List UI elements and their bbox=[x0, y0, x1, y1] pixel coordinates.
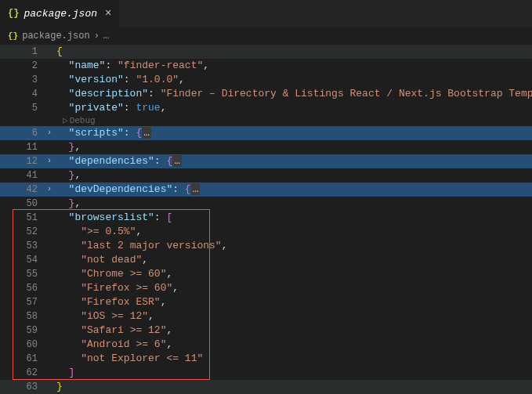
tab-package-json[interactable]: {} package.json × bbox=[0, 0, 119, 27]
code-line[interactable]: 55 "Chrome >= 60", bbox=[0, 267, 532, 281]
folded-icon[interactable]: … bbox=[191, 183, 201, 195]
fold-gutter bbox=[42, 168, 56, 183]
fold-gutter bbox=[42, 115, 56, 126]
line-number: 55 bbox=[0, 267, 42, 281]
line-number: 2 bbox=[0, 59, 42, 73]
play-icon: ▷ bbox=[63, 115, 68, 126]
line-number: 54 bbox=[0, 253, 42, 267]
code-line[interactable]: 12 › "dependencies": {… bbox=[0, 154, 532, 168]
code-content: "private": true, bbox=[56, 101, 166, 115]
code-content: ] bbox=[56, 366, 74, 380]
tab-title: package.json bbox=[24, 8, 97, 20]
line-number: 63 bbox=[0, 380, 42, 394]
code-content: "not Explorer <= 11" bbox=[56, 352, 203, 366]
folded-icon[interactable]: … bbox=[172, 155, 182, 167]
code-line[interactable]: 56 "Firefox >= 60", bbox=[0, 281, 532, 295]
line-number: 42 bbox=[0, 183, 42, 197]
code-content: } bbox=[56, 380, 63, 394]
code-content: ▷ Debug bbox=[56, 115, 96, 126]
code-line[interactable]: 59 "Safari >= 12", bbox=[0, 324, 532, 338]
close-icon[interactable]: × bbox=[102, 7, 111, 20]
line-number: 41 bbox=[0, 168, 42, 183]
breadcrumb[interactable]: {} package.json › … bbox=[0, 27, 532, 45]
line-number: 58 bbox=[0, 309, 42, 324]
fold-chevron-icon[interactable]: › bbox=[42, 154, 56, 168]
fold-gutter bbox=[42, 366, 56, 380]
line-number: 6 bbox=[0, 126, 42, 140]
code-line[interactable]: 6 › "scripts": {… bbox=[0, 126, 532, 140]
fold-gutter bbox=[42, 225, 56, 239]
line-number: 12 bbox=[0, 154, 42, 168]
code-content: { bbox=[56, 45, 63, 59]
fold-gutter bbox=[42, 45, 56, 59]
fold-gutter bbox=[42, 352, 56, 366]
code-line[interactable]: 1 { bbox=[0, 45, 532, 59]
line-number: 11 bbox=[0, 140, 42, 154]
code-content: }, bbox=[56, 197, 81, 211]
code-content: "description": "Finder – Directory & Lis… bbox=[56, 87, 532, 101]
json-icon: {} bbox=[8, 8, 19, 19]
code-line[interactable]: 53 "last 2 major versions", bbox=[0, 239, 532, 253]
chevron-right-icon: › bbox=[94, 31, 100, 42]
fold-gutter bbox=[42, 338, 56, 352]
code-line[interactable]: 5 "private": true, bbox=[0, 101, 532, 115]
line-number: 52 bbox=[0, 225, 42, 239]
code-line[interactable]: 60 "Android >= 6", bbox=[0, 338, 532, 352]
code-line[interactable]: 58 "iOS >= 12", bbox=[0, 309, 532, 324]
fold-gutter bbox=[42, 87, 56, 101]
line-number: 59 bbox=[0, 324, 42, 338]
fold-chevron-icon[interactable]: › bbox=[42, 183, 56, 197]
line-number: 53 bbox=[0, 239, 42, 253]
line-number: 5 bbox=[0, 101, 42, 115]
code-content: "dependencies": {… bbox=[56, 154, 182, 168]
code-line[interactable]: 62 ] bbox=[0, 366, 532, 380]
code-content: "Firefox >= 60", bbox=[56, 281, 179, 295]
code-line[interactable]: ▷ Debug bbox=[0, 115, 532, 126]
fold-gutter bbox=[42, 295, 56, 309]
code-line[interactable]: 4 "description": "Finder – Directory & L… bbox=[0, 87, 532, 101]
json-icon: {} bbox=[8, 31, 18, 41]
code-line[interactable]: 51 "browserslist": [ bbox=[0, 211, 532, 225]
line-number: 4 bbox=[0, 87, 42, 101]
code-line[interactable]: 41 }, bbox=[0, 168, 532, 183]
code-line[interactable]: 57 "Firefox ESR", bbox=[0, 295, 532, 309]
line-number: 57 bbox=[0, 295, 42, 309]
code-content: "Safari >= 12", bbox=[56, 324, 172, 338]
fold-gutter bbox=[42, 281, 56, 295]
fold-gutter bbox=[42, 101, 56, 115]
fold-gutter bbox=[42, 267, 56, 281]
code-content: "name": "finder-react", bbox=[56, 59, 209, 73]
line-number: 60 bbox=[0, 338, 42, 352]
code-content: "iOS >= 12", bbox=[56, 309, 154, 324]
code-line[interactable]: 42 › "devDependencies": {… bbox=[0, 183, 532, 197]
fold-gutter bbox=[42, 309, 56, 324]
fold-gutter bbox=[42, 211, 56, 225]
code-content: "Android >= 6", bbox=[56, 338, 172, 352]
code-content: }, bbox=[56, 140, 81, 154]
fold-gutter bbox=[42, 380, 56, 394]
code-content: "last 2 major versions", bbox=[56, 239, 227, 253]
folded-icon[interactable]: … bbox=[142, 127, 151, 139]
fold-gutter bbox=[42, 239, 56, 253]
breadcrumb-more: … bbox=[103, 31, 109, 42]
code-content: "Firefox ESR", bbox=[56, 295, 166, 309]
code-content: }, bbox=[56, 168, 81, 183]
code-line[interactable]: 63 } bbox=[0, 380, 532, 394]
code-content: "version": "1.0.0", bbox=[56, 73, 185, 87]
fold-gutter bbox=[42, 253, 56, 267]
code-line[interactable]: 11 }, bbox=[0, 140, 532, 154]
code-line[interactable]: 3 "version": "1.0.0", bbox=[0, 73, 532, 87]
fold-gutter bbox=[42, 324, 56, 338]
tab-bar: {} package.json × bbox=[0, 0, 532, 27]
debug-codelens[interactable]: ▷ Debug bbox=[56, 115, 96, 126]
code-line[interactable]: 2 "name": "finder-react", bbox=[0, 59, 532, 73]
code-line[interactable]: 50 }, bbox=[0, 197, 532, 211]
code-line[interactable]: 61 "not Explorer <= 11" bbox=[0, 352, 532, 366]
code-line[interactable]: 52 ">= 0.5%", bbox=[0, 225, 532, 239]
code-editor[interactable]: 1 { 2 "name": "finder-react", 3 "version… bbox=[0, 45, 532, 394]
fold-gutter bbox=[42, 197, 56, 211]
line-number: 51 bbox=[0, 211, 42, 225]
fold-gutter bbox=[42, 73, 56, 87]
fold-chevron-icon[interactable]: › bbox=[42, 126, 56, 140]
code-line[interactable]: 54 "not dead", bbox=[0, 253, 532, 267]
